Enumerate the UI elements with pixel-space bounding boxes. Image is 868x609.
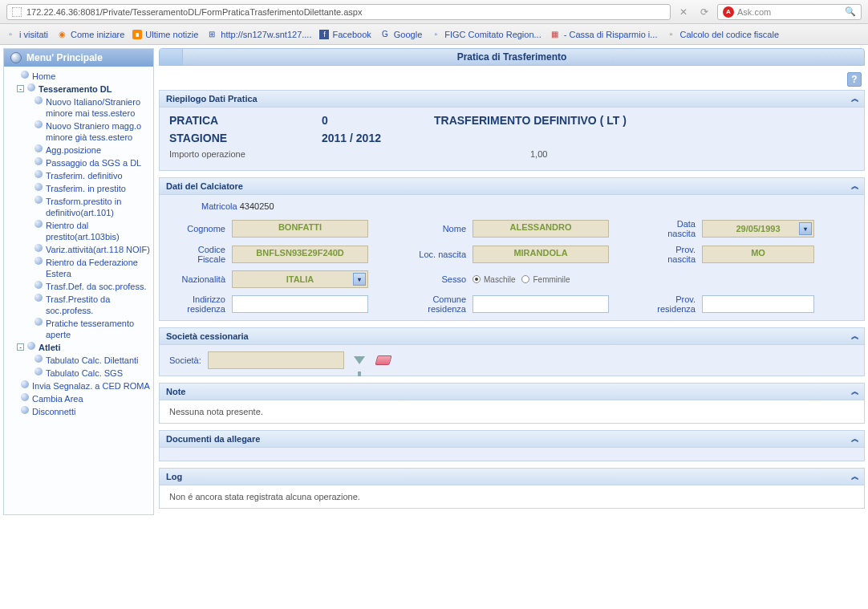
panel-header[interactable]: Note ︽ — [160, 384, 864, 400]
provnasc-label: Prov. nascita — [651, 245, 696, 264]
sesso-maschile-radio[interactable]: Maschile — [473, 275, 515, 284]
browser-address-bar: 172.22.46.36:8081/Private/TesseramentoDL… — [0, 0, 868, 24]
nav-item[interactable]: Trasferim. in prestito — [33, 182, 152, 195]
panel-header[interactable]: Log ︽ — [160, 469, 864, 485]
nav-item[interactable]: Tabulato Calc. Dilettanti — [33, 354, 152, 367]
soccer-ball-icon — [21, 380, 29, 388]
page-title: Pratica di Trasferimento — [457, 51, 567, 63]
nav-item[interactable]: Disconnetti — [9, 405, 152, 418]
nav-label: Pratiche tesseramento aperte — [46, 318, 150, 340]
expand-toggle[interactable]: - — [17, 343, 24, 351]
nav-label: Tesseramento DL — [39, 83, 112, 95]
chevron-down-icon: ▾ — [353, 273, 366, 286]
bookmark-item[interactable]: ▫i visitati — [5, 29, 48, 40]
nav-label: Variz.attività(art.118 NOIF) — [46, 244, 150, 255]
search-box[interactable]: A Ask.com 🔍 — [717, 4, 862, 20]
soccer-ball-icon — [34, 220, 43, 228]
bookmark-item[interactable]: ▫FIGC Comitato Region... — [430, 29, 541, 40]
bookmark-item[interactable]: ∎Ultime notizie — [132, 30, 198, 39]
panel-riepilogo: Riepilogo Dati Pratica ︽ PRATICA 0 TRASF… — [159, 90, 865, 171]
page-title-bar: Pratica di Trasferimento — [159, 48, 865, 66]
nav-label: Atleti — [39, 342, 61, 353]
nazionalita-select[interactable]: ITALIA ▾ — [232, 270, 368, 288]
bookmark-item[interactable]: ⊞http://sn127w.snt127.... — [206, 29, 311, 40]
search-icon: 🔍 — [845, 6, 856, 17]
nav-item[interactable]: Rientro dal prestito(art.103bis) — [33, 219, 152, 243]
societa-label: Società: — [169, 355, 201, 365]
bookmark-item[interactable]: ▫Calcolo del codice fiscale — [665, 29, 779, 40]
panel-log: Log ︽ Non é ancora stata registrata alcu… — [159, 468, 865, 509]
bookmark-item[interactable]: ▦ - Cassa di Risparmio i... — [550, 29, 658, 40]
cf-field: BNFLSN93E29F240D — [232, 246, 368, 263]
panel-calciatore: Dati del Calciatore ︽ Matricola 4340250 … — [159, 177, 865, 321]
soccer-ball-icon — [34, 294, 43, 302]
nav-label: Tabulato Calc. Dilettanti — [46, 355, 139, 366]
bookmark-item[interactable]: fFacebook — [319, 30, 371, 39]
nav-item[interactable]: Nuovo Italiano/Straniero minore mai tess… — [33, 95, 152, 120]
soccer-ball-icon — [34, 355, 43, 363]
clear-button[interactable] — [375, 351, 392, 369]
prov-residenza-input[interactable] — [702, 295, 814, 313]
nav-item[interactable]: Trasferim. definitivo — [33, 169, 152, 182]
nav-item[interactable]: Trasform.prestito in definitivo(art.101) — [33, 195, 152, 219]
societa-input[interactable] — [208, 351, 344, 369]
comune-residenza-input[interactable] — [473, 295, 609, 313]
nome-label: Nome — [410, 224, 466, 233]
indirizzo-residenza-input[interactable] — [232, 295, 368, 313]
nav-item[interactable]: Rientro da Federazione Estera — [33, 256, 152, 280]
stop-button[interactable]: ✕ — [675, 4, 692, 20]
funnel-icon — [354, 356, 365, 364]
cognome-field: BONFATTI — [232, 220, 368, 238]
soccer-ball-icon — [34, 281, 43, 289]
pratica-tipo: TRASFERIMENTO DEFINITIVO ( LT ) — [434, 114, 627, 127]
bookmark-item[interactable]: GGoogle — [379, 29, 422, 40]
comres-label: Comune residenza — [410, 294, 466, 314]
nav-label: Home — [32, 71, 55, 82]
collapse-icon: ︽ — [851, 471, 858, 482]
provnasc-field: MO — [702, 246, 814, 263]
nav-item[interactable]: Cambia Area — [9, 392, 152, 405]
help-icon[interactable]: ? — [847, 72, 862, 87]
nav-item[interactable]: Home — [9, 70, 152, 83]
soccer-ball-icon — [34, 157, 43, 165]
nav-item[interactable]: Tabulato Calc. SGS — [33, 367, 152, 380]
nav-item[interactable]: -Tesseramento DL — [15, 83, 152, 95]
sesso-femminile-radio[interactable]: Femminile — [521, 275, 570, 284]
search-placeholder: Ask.com — [737, 7, 771, 17]
nav-item[interactable]: -Atleti — [15, 341, 152, 354]
nav-item[interactable]: Trasf.Def. da soc.profess. — [33, 280, 152, 293]
cognome-label: Cognome — [169, 224, 225, 233]
panel-header[interactable]: Documenti da allegare ︽ — [160, 431, 864, 448]
panel-header[interactable]: Società cessionaria ︽ — [160, 328, 864, 345]
panel-header[interactable]: Dati del Calciatore ︽ — [160, 178, 864, 195]
nav-item[interactable]: Invia Segnalaz. a CED ROMA — [9, 380, 152, 392]
google-icon: G — [379, 29, 391, 40]
dnasc-label: Data nascita — [651, 219, 696, 238]
importo-value: 1,00 — [530, 149, 547, 159]
nav-item[interactable]: Variz.attività(art.118 NOIF) — [33, 243, 152, 256]
soccer-ball-icon — [34, 183, 43, 191]
expand-toggle[interactable]: - — [17, 85, 24, 92]
soccer-ball-icon — [34, 367, 43, 376]
url-input[interactable]: 172.22.46.36:8081/Private/TesseramentoDL… — [6, 4, 671, 20]
bookmark-item[interactable]: ◉Come iniziare — [56, 29, 124, 40]
stagione-label: STAGIONE — [169, 132, 306, 144]
nav-label: Trasferim. in prestito — [46, 183, 126, 194]
collapse-icon: ︽ — [851, 386, 858, 397]
sidebar-header: Menu' Principale — [4, 49, 153, 67]
nav-item[interactable]: Agg.posizione — [33, 144, 152, 156]
panel-header[interactable]: Riepilogo Dati Pratica ︽ — [160, 91, 864, 108]
reload-button[interactable]: ⟳ — [696, 4, 712, 20]
panel-societa: Società cessionaria ︽ Società: — [159, 327, 865, 376]
nav-item[interactable]: Passaggio da SGS a DL — [33, 156, 152, 169]
nav-item[interactable]: Nuovo Straniero magg.o minore già tess.e… — [33, 120, 152, 144]
filter-button[interactable] — [351, 351, 368, 369]
nav-item[interactable]: Pratiche tesseramento aperte — [33, 317, 152, 341]
nav-label: Trasform.prestito in definitivo(art.101) — [46, 196, 150, 218]
data-nascita-select[interactable]: 29/05/1993 ▾ — [702, 220, 814, 238]
soccer-ball-icon — [34, 96, 43, 104]
nav-label: Trasf.Def. da soc.profess. — [46, 281, 147, 292]
importo-label: Importo operazione — [169, 149, 306, 159]
nav-item[interactable]: Trasf.Prestito da soc.profess. — [33, 293, 152, 317]
log-body: Non é ancora stata registrata alcuna ope… — [169, 492, 360, 501]
